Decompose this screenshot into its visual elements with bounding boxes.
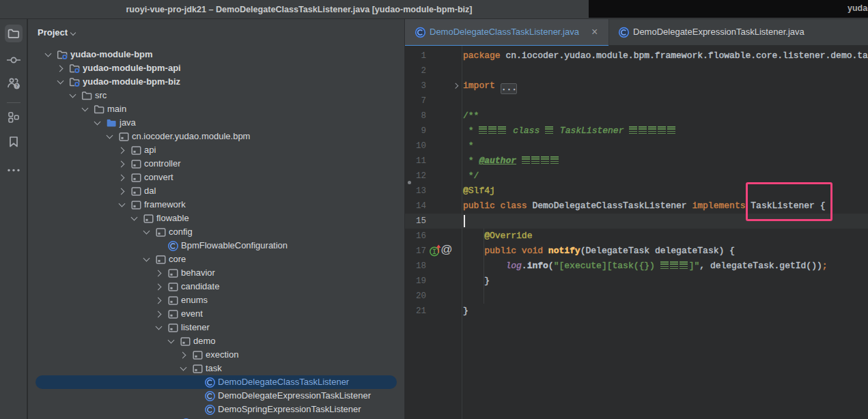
svg-text:?: ?	[16, 83, 18, 88]
